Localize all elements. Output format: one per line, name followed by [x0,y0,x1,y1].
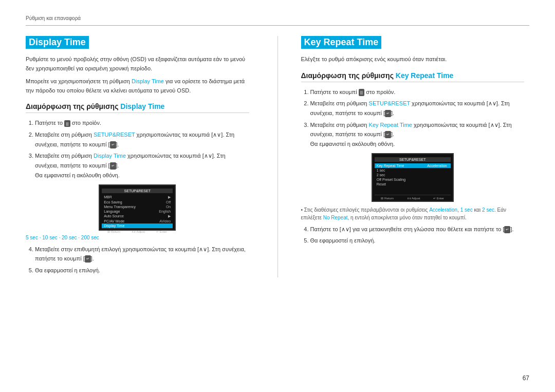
right-step-4: Πατήστε το [∧∨] για να μετακινηθείτε στη… [310,225,525,234]
right-column: Key Repeat Time Ελέγξτε το ρυθμό απόκρισ… [301,36,530,277]
left-step-3: Μεταβείτε στη ρύθμιση Display Time χρησι… [35,151,249,180]
right-intro: Ελέγξτε το ρυθμό απόκρισης ενός κουμπιού… [301,55,525,64]
left-screen-bottom: ⊞ Return∧∨ Adjust↵ Enter [102,228,173,233]
left-screen-mockup: SETUP&RESET MBR▶ Eco SavingOff Menu Tran… [99,184,176,231]
right-screen-bottom: ⊞ Return∧∨ Adjust↵ Enter [375,195,451,200]
right-screen-title: SETUP&RESET [375,157,451,162]
left-screen-row-2: Eco SavingOff [102,200,173,204]
left-screen-row-7: Display Time [102,223,173,228]
right-screen-row-3: 2 sec [375,173,451,177]
right-note: • Στις διαθέσιμες επιλογές περιλαμβάνοντ… [301,206,525,221]
col-divider [278,36,278,277]
top-rule [26,25,529,26]
right-subsection-title: Διαμόρφωση της ρύθμισης Key Repeat Time [301,71,525,82]
right-screen-row-1: Key Repeat TimeAcceleration [375,163,451,168]
left-screen-title: SETUP&RESET [102,189,173,193]
left-step-5: Θα εφαρμοστεί η επιλογή. [35,266,249,275]
right-screen-mockup: SETUP&RESET Key Repeat TimeAcceleration … [372,153,454,202]
left-screen-row-3: Menu TransparencyOn [102,204,173,209]
left-screen-row-4: LanguageEnglish [102,209,173,214]
right-step-5: Θα εφαρμοστεί η επιλογή. [310,236,525,246]
left-subsection-title: Διαμόρφωση της ρύθμισης Display Time [26,102,249,113]
left-title: Display Time [26,36,249,55]
right-screen-row-2: 1 sec [375,168,451,173]
right-steps: Πατήστε το κουμπί ||| στο προϊόν. Μεταβε… [301,87,525,149]
left-intro1: Ρυθμίστε το μενού προβολής στην οθόνη (O… [26,55,249,73]
left-steps-after: Μεταβείτε στην επιθυμητή επιλογή χρησιμο… [26,245,249,275]
right-step-1: Πατήστε το κουμπί ||| στο προϊόν. [310,87,525,97]
right-screen-row-5: Reset [375,182,451,186]
right-screen-row-4: Off Preset Scaling [375,177,451,182]
left-column: Display Time Ρυθμίστε το μενού προβολής … [26,36,254,277]
left-intro2: Μπορείτε να χρησιμοποιήσετε τη ρύθμιση D… [26,77,249,95]
right-steps-after: Πατήστε το [∧∨] για να μετακινηθείτε στη… [301,225,525,246]
left-steps: Πατήστε το ||| στο προϊόν. Μεταβείτε στη… [26,118,249,180]
left-options: 5 sec · 10 sec · 20 sec · 200 sec [26,235,249,240]
right-step-2: Μεταβείτε στη ρύθμιση SETUP&RESET χρησιμ… [310,99,525,118]
page-container: Ρύθμιση και επαναφορά Display Time Ρυθμί… [0,0,555,392]
right-title: Key Repeat Time [301,36,525,55]
breadcrumb: Ρύθμιση και επαναφορά [26,15,529,21]
right-step-3: Μεταβείτε στη ρύθμιση Key Repeat Time χρ… [310,120,525,149]
left-screen-row-5: Auto Source▶ [102,214,173,219]
page-number: 67 [523,375,529,382]
left-screen-row-6: PC/AV ModeAVideo [102,219,173,223]
left-step-1: Πατήστε το ||| στο προϊόν. [35,118,249,128]
left-step-4: Μεταβείτε στην επιθυμητή επιλογή χρησιμο… [35,245,249,264]
two-col-layout: Display Time Ρυθμίστε το μενού προβολής … [26,36,529,277]
left-screen-row-1: MBR▶ [102,195,173,200]
left-step-2: Μεταβείτε στη ρύθμιση SETUP&RESET χρησιμ… [35,130,249,149]
